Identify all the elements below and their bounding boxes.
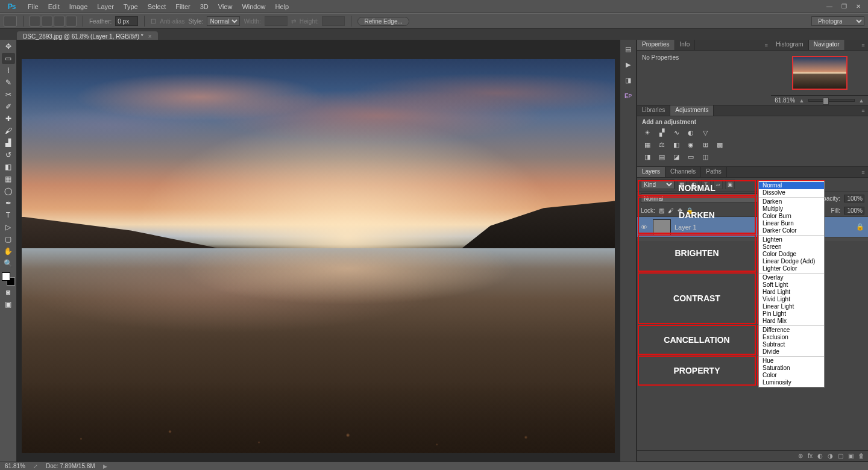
paths-tab[interactable]: Paths <box>701 167 727 177</box>
current-tool-icon[interactable] <box>4 16 17 27</box>
navigator-tab[interactable]: Navigator <box>809 40 845 50</box>
colorbalance-icon[interactable]: ⚖ <box>656 140 667 149</box>
blend-option-darker-color[interactable]: Darker Color <box>759 227 824 234</box>
zoom-in-icon[interactable]: ▲ <box>858 98 864 104</box>
fill-value[interactable]: 100% <box>844 207 864 215</box>
style-select[interactable]: Normal <box>207 16 240 26</box>
blend-option-normal[interactable]: Normal <box>759 182 824 189</box>
blend-option-screen[interactable]: Screen <box>759 243 824 251</box>
new-selection-button[interactable] <box>30 16 40 27</box>
type-tool[interactable]: T <box>2 210 15 221</box>
blend-option-lighter-color[interactable]: Lighter Color <box>759 265 824 272</box>
subtract-selection-button[interactable] <box>54 16 64 27</box>
workspace-select[interactable]: Photography <box>811 16 864 26</box>
menu-filter[interactable]: Filter <box>171 0 195 13</box>
history-brush-tool[interactable]: ↺ <box>2 149 15 160</box>
eraser-tool[interactable]: ◧ <box>2 161 15 172</box>
colorlookup-icon[interactable]: ▩ <box>714 140 725 149</box>
histogram-tab[interactable]: Histogram <box>771 40 809 50</box>
gradient-tool[interactable]: ▦ <box>2 174 15 184</box>
blend-option-pin-light[interactable]: Pin Light <box>759 310 824 318</box>
fx-icon[interactable]: fx <box>808 453 813 459</box>
bw-icon[interactable]: ◧ <box>671 140 682 149</box>
brush-tool[interactable]: 🖌 <box>2 125 15 136</box>
group-icon[interactable]: ▢ <box>838 453 843 459</box>
menu-select[interactable]: Select <box>143 0 171 13</box>
adjustments-tab[interactable]: Adjustments <box>670 105 714 116</box>
stamp-tool[interactable]: ▟ <box>2 137 15 148</box>
blend-option-subtract[interactable]: Subtract <box>759 341 824 348</box>
blend-option-hard-mix[interactable]: Hard Mix <box>759 318 824 325</box>
menu-help[interactable]: Help <box>271 0 294 13</box>
properties-tab[interactable]: Properties <box>637 40 675 50</box>
blend-option-saturation[interactable]: Saturation <box>759 365 824 372</box>
blend-option-multiply[interactable]: Multiply <box>759 205 824 213</box>
menu-window[interactable]: Window <box>237 0 270 13</box>
curves-icon[interactable]: ∿ <box>671 128 682 137</box>
zoom-tool[interactable]: 🔍 <box>2 258 15 269</box>
threshold-icon[interactable]: ◪ <box>671 152 682 161</box>
blend-option-linear-burn[interactable]: Linear Burn <box>759 220 824 227</box>
document-canvas[interactable] <box>22 59 615 453</box>
blend-option-hue[interactable]: Hue <box>759 357 824 365</box>
panel-menu-icon[interactable]: ≡ <box>858 40 868 50</box>
libraries-tab[interactable]: Libraries <box>637 105 670 116</box>
crop-tool[interactable]: ✂ <box>2 89 15 100</box>
minimize-button[interactable]: — <box>823 2 835 11</box>
exposure-icon[interactable]: ◐ <box>685 128 696 137</box>
blend-option-dissolve[interactable]: Dissolve <box>759 189 824 196</box>
blend-option-exclusion[interactable]: Exclusion <box>759 334 824 341</box>
blend-option-divide[interactable]: Divide <box>759 348 824 356</box>
blend-option-color[interactable]: Color <box>759 372 824 379</box>
hue-icon[interactable]: ▦ <box>642 140 653 149</box>
feather-input[interactable] <box>115 16 138 26</box>
navigator-preview[interactable] <box>771 51 868 95</box>
menu-3d[interactable]: 3D <box>195 0 213 13</box>
panel-menu-icon[interactable]: ≡ <box>858 167 868 177</box>
blend-option-overlay[interactable]: Overlay <box>759 274 824 281</box>
blend-option-luminosity[interactable]: Luminosity <box>759 379 824 386</box>
nav-zoom-slider[interactable] <box>808 99 855 102</box>
intersect-selection-button[interactable] <box>66 16 77 27</box>
info-tab[interactable]: Info <box>675 40 696 50</box>
blend-option-hard-light[interactable]: Hard Light <box>759 289 824 296</box>
eyedropper-tool[interactable]: ✐ <box>2 101 15 112</box>
blend-option-lighten[interactable]: Lighten <box>759 236 824 243</box>
invert-icon[interactable]: ◨ <box>642 152 653 161</box>
opacity-value[interactable]: 100% <box>844 195 864 202</box>
blend-option-soft-light[interactable]: Soft Light <box>759 281 824 289</box>
status-menu-icon[interactable]: ▶ <box>102 463 108 469</box>
gradientmap-icon[interactable]: ▭ <box>685 152 696 161</box>
healing-tool[interactable]: ✚ <box>2 113 15 124</box>
adjustment-layer-icon[interactable]: ◑ <box>828 453 833 459</box>
path-select-tool[interactable]: ▷ <box>2 222 15 233</box>
posterize-icon[interactable]: ▤ <box>656 152 667 161</box>
status-zoom[interactable]: 61.81% <box>5 463 25 469</box>
selectivecolor-icon[interactable]: ◫ <box>700 152 711 161</box>
plugin-icon[interactable]: EP <box>623 90 634 101</box>
blend-option-color-burn[interactable]: Color Burn <box>759 213 824 220</box>
blend-option-vivid-light[interactable]: Vivid Light <box>759 296 824 303</box>
delete-icon[interactable]: 🗑 <box>858 453 864 459</box>
add-selection-button[interactable] <box>42 16 52 27</box>
channels-tab[interactable]: Channels <box>665 167 701 177</box>
color-swatches[interactable] <box>2 272 15 286</box>
blend-option-difference[interactable]: Difference <box>759 327 824 334</box>
shape-tool[interactable]: ▢ <box>2 234 15 245</box>
menu-edit[interactable]: Edit <box>43 0 64 13</box>
panel-menu-icon[interactable]: ≡ <box>858 105 868 116</box>
info-icon[interactable]: ◨ <box>623 75 634 86</box>
close-button[interactable]: ✕ <box>852 2 864 11</box>
quickmask-toggle[interactable]: ◙ <box>2 287 15 298</box>
zoom-out-icon[interactable]: ▲ <box>799 98 805 104</box>
vibrance-icon[interactable]: ▽ <box>700 128 711 137</box>
new-layer-icon[interactable]: ▣ <box>848 453 854 459</box>
move-tool[interactable]: ✥ <box>2 41 15 52</box>
menu-type[interactable]: Type <box>119 0 143 13</box>
photofilter-icon[interactable]: ◉ <box>685 140 696 149</box>
menu-file[interactable]: File <box>23 0 43 13</box>
actions-icon[interactable]: ▶ <box>623 59 634 70</box>
link-icon[interactable]: ⊕ <box>798 453 803 459</box>
menu-image[interactable]: Image <box>64 0 93 13</box>
marquee-tool[interactable]: ▭ <box>2 53 15 64</box>
